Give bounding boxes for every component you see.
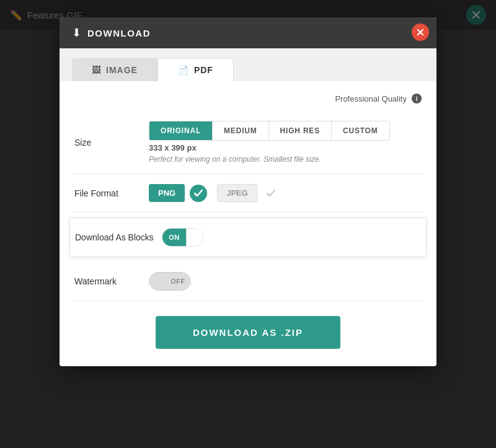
format-jpeg-option: JPEG: [217, 184, 280, 202]
size-btn-custom[interactable]: CUSTOM: [332, 121, 389, 140]
quality-row: Professional Quality i: [74, 94, 422, 103]
format-png-option: PNG: [149, 184, 207, 202]
format-jpeg-label[interactable]: JPEG: [217, 184, 257, 202]
size-description: Perfect for viewing on a computer. Small…: [149, 155, 422, 164]
pdf-tab-icon: 📄: [178, 65, 189, 75]
watermark-toggle-label: OFF: [166, 273, 190, 290]
download-modal: ⬇ DOWNLOAD 🖼 IMAGE 📄 PDF Professional Qu…: [60, 17, 436, 366]
watermark-toggle[interactable]: OFF: [149, 272, 191, 291]
download-header-icon: ⬇: [72, 26, 81, 40]
file-format-label: File Format: [74, 188, 149, 198]
modal-body: Professional Quality i Size ORIGINAL MED…: [60, 81, 436, 366]
watermark-toggle-left: [149, 273, 166, 290]
quality-info-icon[interactable]: i: [412, 94, 422, 103]
quality-label: Professional Quality: [335, 94, 407, 103]
watermark-label: Watermark: [74, 276, 149, 286]
size-label: Size: [74, 138, 149, 147]
size-btn-medium[interactable]: MEDIUM: [213, 121, 268, 140]
file-format-row: File Format PNG JPEG: [74, 174, 422, 213]
toggle-on-label: ON: [162, 229, 186, 246]
pdf-tab-label: PDF: [194, 65, 213, 75]
format-png-check[interactable]: [190, 185, 207, 202]
modal-close-button[interactable]: [412, 24, 429, 41]
watermark-row: Watermark OFF: [74, 262, 422, 301]
tab-image[interactable]: 🖼 IMAGE: [72, 58, 157, 81]
format-jpeg-check[interactable]: [262, 185, 280, 202]
tab-pdf[interactable]: 📄 PDF: [157, 58, 234, 81]
image-tab-icon: 🖼: [92, 65, 101, 75]
size-content: ORIGINAL MEDIUM HIGH RES CUSTOM 333 x 39…: [149, 121, 422, 164]
modal-title: DOWNLOAD: [87, 28, 151, 38]
modal-header: ⬇ DOWNLOAD: [60, 17, 436, 48]
image-tab-label: IMAGE: [106, 65, 138, 75]
download-as-blocks-row: Download As Blocks ON: [69, 217, 427, 257]
download-as-blocks-toggle[interactable]: ON: [162, 228, 204, 247]
size-row: Size ORIGINAL MEDIUM HIGH RES CUSTOM 333…: [74, 111, 422, 174]
toggle-thumb: [186, 229, 203, 246]
size-btn-original[interactable]: ORIGINAL: [149, 121, 213, 140]
tab-bar: 🖼 IMAGE 📄 PDF: [60, 48, 436, 81]
format-options: PNG JPEG: [149, 184, 280, 202]
size-dimensions: 333 x 399 px: [149, 143, 422, 152]
download-zip-button[interactable]: DOWNLOAD AS .ZIP: [156, 316, 340, 349]
download-as-blocks-label: Download As Blocks: [75, 232, 162, 242]
format-png-label[interactable]: PNG: [149, 184, 185, 202]
size-button-group: ORIGINAL MEDIUM HIGH RES CUSTOM: [149, 121, 390, 141]
size-btn-highres[interactable]: HIGH RES: [269, 121, 332, 140]
